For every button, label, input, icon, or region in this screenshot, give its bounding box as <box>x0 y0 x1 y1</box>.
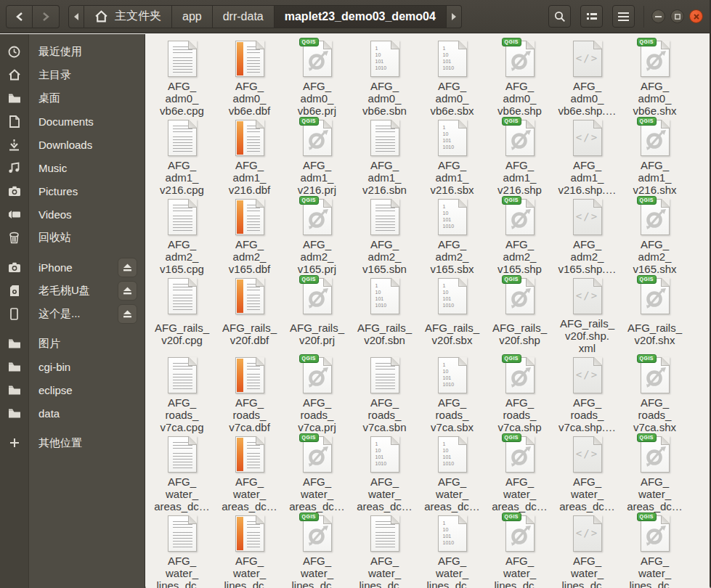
file-item[interactable]: </>AFG_roads_v7ca.shp.… <box>553 351 621 430</box>
file-item[interactable]: </>AFG_adm1_v216.shp.… <box>553 113 621 192</box>
file-item[interactable]: AFG_adm2_v165.dbf <box>216 192 283 271</box>
sidebar-item-home[interactable]: 主目录 <box>0 63 145 86</box>
file-item[interactable]: 1101011010AFG_water_areas_dc… <box>418 430 486 509</box>
maximize-button[interactable] <box>670 9 684 23</box>
file-item[interactable]: 1101011010AFG_adm1_v216.sbx <box>418 113 486 192</box>
sidebar-item-documents[interactable]: Documents <box>0 110 145 133</box>
file-item[interactable]: AFG_roads_v7ca.sbn <box>351 351 418 430</box>
file-item[interactable]: AFG_adm0_vb6e.cpg <box>148 34 216 113</box>
file-item[interactable]: QGIS AFG_adm2_v165.shx <box>621 192 688 271</box>
file-name-line: AFG_rails_ <box>290 322 344 334</box>
sidebar-item-desktop[interactable]: 桌面 <box>0 86 145 110</box>
file-item[interactable]: </>AFG_water_areas_dc… <box>553 430 621 509</box>
file-item[interactable]: 1101011010AFG_adm2_v165.sbx <box>418 192 486 271</box>
file-item[interactable]: 1101011010AFG_water_lines_dc… <box>418 509 486 588</box>
sidebar-item-videos[interactable]: Videos <box>0 203 145 226</box>
file-item[interactable]: AFG_roads_v7ca.cpg <box>148 351 216 430</box>
file-item[interactable]: AFG_adm1_v216.sbn <box>351 113 418 192</box>
file-item[interactable]: AFG_water_lines_dc… <box>216 509 283 588</box>
path-segment-3[interactable]: maplet23_demo03_demo04 <box>275 5 447 28</box>
file-item[interactable]: QGIS AFG_water_lines_dc… <box>486 509 553 588</box>
file-item[interactable]: AFG_adm1_v216.dbf <box>216 113 283 192</box>
file-item[interactable]: QGIS AFG_water_areas_dc… <box>486 430 553 509</box>
file-item[interactable]: AFG_rails_v20f.cpg <box>148 271 216 351</box>
file-item[interactable]: </>AFG_rails_v20f.shp.xml <box>553 271 621 351</box>
file-item[interactable]: QGIS AFG_rails_v20f.prj <box>283 271 351 351</box>
path-segment-1[interactable]: app <box>172 5 213 28</box>
sidebar-item-iphone[interactable]: iPhone <box>0 256 145 279</box>
file-item[interactable]: QGIS AFG_water_lines_dc… <box>283 509 351 588</box>
file-item[interactable]: 1101011010AFG_rails_v20f.sbn <box>351 271 418 351</box>
file-item[interactable]: 1101011010AFG_adm0_vb6e.sbn <box>351 34 418 113</box>
path-scroll-right-button[interactable] <box>447 5 462 28</box>
file-name-line: AFG_ <box>558 159 616 171</box>
file-item[interactable]: AFG_water_lines_dc… <box>351 509 418 588</box>
home-icon <box>0 69 28 81</box>
file-item[interactable]: QGIS AFG_water_lines_dc… <box>621 509 688 588</box>
sidebar-item-music[interactable]: Music <box>0 156 145 179</box>
file-item[interactable]: QGIS AFG_adm0_vb6e.shx <box>621 34 688 113</box>
file-item[interactable]: QGIS AFG_adm1_v216.shp <box>486 113 553 192</box>
path-scroll-left-button[interactable] <box>68 5 84 28</box>
file-item[interactable]: QGIS AFG_adm0_vb6e.prj <box>283 34 351 113</box>
eject-button[interactable] <box>118 281 137 301</box>
file-item[interactable]: QGIS AFG_adm1_v216.shx <box>621 113 688 192</box>
sidebar-item-trash[interactable]: 回收站 <box>0 226 145 249</box>
file-item[interactable]: QGIS AFG_roads_v7ca.shx <box>621 351 688 430</box>
close-button[interactable] <box>689 9 703 23</box>
file-item[interactable]: AFG_adm2_v165.sbn <box>351 192 418 271</box>
sidebar-item-downloads[interactable]: Downloads <box>0 133 145 156</box>
sidebar-item-other-locations[interactable]: 其他位置 <box>0 431 145 454</box>
file-item[interactable]: QGIS AFG_adm2_v165.shp <box>486 192 553 271</box>
sidebar-item-eclipse[interactable]: eclipse <box>0 378 145 401</box>
file-item[interactable]: AFG_water_lines_dc… <box>148 509 216 588</box>
file-item[interactable]: QGIS AFG_water_areas_dc… <box>621 430 688 509</box>
minimize-button[interactable] <box>651 9 665 23</box>
text-file-icon <box>370 357 399 393</box>
file-item[interactable]: 1101011010AFG_rails_v20f.sbx <box>418 271 486 351</box>
menu-button[interactable] <box>612 5 635 28</box>
file-item[interactable]: AFG_adm1_v216.cpg <box>148 113 216 192</box>
file-item[interactable]: </>AFG_adm2_v165.shp.… <box>553 192 621 271</box>
sidebar-item-pictures-folder[interactable]: 图片 <box>0 332 145 355</box>
search-button[interactable] <box>548 5 571 28</box>
file-item[interactable]: AFG_adm0_vb6e.dbf <box>216 34 283 113</box>
path-segment-0[interactable]: 主文件夹 <box>84 5 172 28</box>
text-lines <box>375 205 395 213</box>
file-item[interactable]: QGIS AFG_adm2_v165.prj <box>283 192 351 271</box>
file-item[interactable]: 1101011010AFG_roads_v7ca.sbx <box>418 351 486 430</box>
eject-button[interactable] <box>118 304 137 324</box>
back-button[interactable] <box>6 5 33 28</box>
sidebar-item-data[interactable]: data <box>0 401 145 425</box>
xml-code-file-icon: </> <box>573 515 602 552</box>
file-item[interactable]: QGIS AFG_rails_v20f.shp <box>486 271 553 351</box>
sidebar-item-usb-drive[interactable]: 老毛桃U盘 <box>0 279 145 302</box>
qgis-file-icon: QGIS <box>303 515 332 552</box>
file-item[interactable]: QGIS AFG_adm0_vb6e.shp <box>486 34 553 113</box>
file-item[interactable]: QGIS AFG_rails_v20f.shx <box>621 271 688 351</box>
file-item[interactable]: QGIS AFG_roads_v7ca.prj <box>283 351 351 430</box>
file-item[interactable]: AFG_rails_v20f.dbf <box>216 271 283 351</box>
eject-button[interactable] <box>118 258 137 277</box>
file-item[interactable]: QGIS AFG_water_areas_dc… <box>283 430 351 509</box>
file-item[interactable]: AFG_water_areas_dc… <box>148 430 216 509</box>
file-item[interactable]: 1101011010AFG_water_areas_dc… <box>351 430 418 509</box>
sidebar-item-pictures[interactable]: Pictures <box>0 179 145 203</box>
view-toggle-button[interactable] <box>580 5 603 28</box>
sidebar-item-cgi-bin[interactable]: cgi-bin <box>0 355 145 378</box>
file-item[interactable]: AFG_roads_v7ca.dbf <box>216 351 283 430</box>
sidebar-item-mobile-device[interactable]: 这个是... <box>0 302 145 325</box>
file-item[interactable]: QGIS AFG_roads_v7ca.shp <box>486 351 553 430</box>
file-item[interactable]: AFG_water_areas_dc… <box>216 430 283 509</box>
path-segment-2[interactable]: drr-data <box>213 5 275 28</box>
forward-button[interactable] <box>33 5 60 28</box>
file-item[interactable]: 1101011010AFG_adm0_vb6e.sbx <box>418 34 486 113</box>
sidebar-item-recent[interactable]: 最近使用 <box>0 40 145 63</box>
file-item[interactable]: AFG_adm2_v165.cpg <box>148 192 216 271</box>
file-item[interactable]: QGIS AFG_adm1_v216.prj <box>283 113 351 192</box>
file-item[interactable]: </>AFG_water_lines_dc… <box>553 509 621 588</box>
file-name-line: lines_dc… <box>359 579 410 588</box>
file-name-line: v20f.shx <box>627 334 682 346</box>
text-lines <box>247 284 260 292</box>
file-item[interactable]: </>AFG_adm0_vb6e.shp.… <box>553 34 621 113</box>
